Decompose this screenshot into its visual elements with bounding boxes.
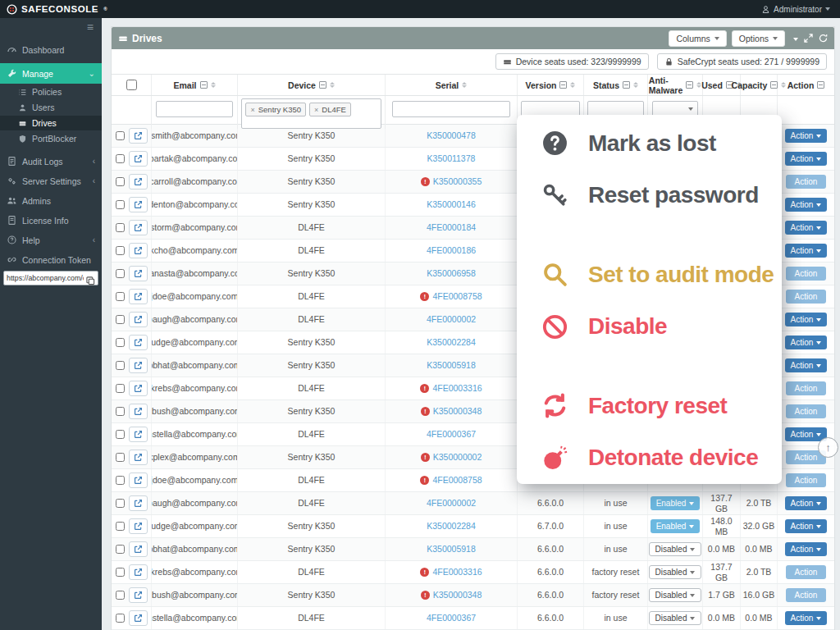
column-header-serial[interactable]: Serial <box>386 75 518 95</box>
serial-link[interactable]: K350005918 <box>427 360 476 370</box>
serial-link[interactable]: 4FE0000002 <box>427 498 476 508</box>
device-filter-tag[interactable]: ×DL4FE <box>309 103 351 116</box>
serial-filter-input[interactable] <box>392 101 510 117</box>
row-checkbox[interactable] <box>116 430 125 439</box>
action-button[interactable]: Action <box>786 588 827 603</box>
menu-item-set-to-audit-mode[interactable]: Set to audit mode <box>541 249 782 301</box>
open-drive-button[interactable] <box>129 450 148 465</box>
serial-link[interactable]: K350000348 <box>433 590 482 600</box>
open-drive-button[interactable] <box>129 564 148 580</box>
open-drive-button[interactable] <box>129 427 148 442</box>
row-checkbox[interactable] <box>116 568 125 577</box>
open-drive-button[interactable] <box>129 358 148 373</box>
fullscreen-icon[interactable] <box>804 34 813 43</box>
open-drive-button[interactable] <box>129 472 148 488</box>
serial-link[interactable]: 4FE0003316 <box>432 383 482 393</box>
serial-link[interactable]: K350000478 <box>427 130 476 140</box>
serial-link[interactable]: K350000355 <box>433 176 482 186</box>
action-button[interactable]: Action <box>785 519 828 534</box>
serial-link[interactable]: 4FE0000002 <box>427 314 476 324</box>
email-filter-input[interactable] <box>156 101 233 117</box>
anti-malware-toggle-button[interactable]: Disabled <box>649 542 702 557</box>
menu-item-detonate-device[interactable]: Detonate device <box>541 432 782 485</box>
serial-link[interactable]: 4FE0008758 <box>432 291 482 301</box>
row-checkbox[interactable] <box>116 453 125 462</box>
sidebar-item-license-info[interactable]: License Info <box>0 212 102 229</box>
action-button[interactable]: Action <box>786 290 827 304</box>
sort-icon[interactable] <box>211 82 216 88</box>
open-drive-button[interactable] <box>129 243 148 258</box>
sort-icon[interactable] <box>633 82 638 88</box>
open-drive-button[interactable] <box>129 289 148 304</box>
row-checkbox[interactable] <box>116 154 125 163</box>
serial-link[interactable]: K350000146 <box>427 199 476 209</box>
row-checkbox[interactable] <box>116 361 125 370</box>
open-drive-button[interactable] <box>129 128 148 144</box>
device-filter-tag[interactable]: ×Sentry K350 <box>245 103 306 116</box>
hide-column-icon[interactable] <box>623 81 630 89</box>
serial-link[interactable]: 4FE0000367 <box>427 613 476 623</box>
menu-item-factory-reset[interactable]: Factory reset <box>541 380 782 432</box>
menu-item-disable[interactable]: Disable <box>541 301 782 354</box>
open-drive-button[interactable] <box>129 174 148 189</box>
open-drive-button[interactable] <box>129 151 148 167</box>
column-header-anti-malware[interactable]: Anti-Malware <box>648 75 703 95</box>
action-button[interactable]: Action <box>785 358 828 373</box>
open-drive-button[interactable] <box>129 335 148 350</box>
row-checkbox[interactable] <box>116 246 125 255</box>
action-button[interactable]: Action <box>785 129 828 144</box>
sidebar-item-admins[interactable]: Admins <box>0 192 102 209</box>
action-button[interactable]: Action <box>785 198 828 212</box>
action-button[interactable]: Action <box>785 611 828 626</box>
serial-link[interactable]: K350011378 <box>427 153 476 163</box>
sort-icon[interactable] <box>462 82 467 88</box>
hide-column-icon[interactable] <box>319 81 326 89</box>
row-checkbox[interactable] <box>116 269 125 278</box>
sidebar-item-manage[interactable]: Manage⌄ <box>0 63 102 84</box>
scroll-top-button[interactable]: ↑ <box>818 437 838 458</box>
action-button[interactable]: Action <box>786 267 827 281</box>
row-checkbox[interactable] <box>116 177 125 186</box>
row-checkbox[interactable] <box>116 476 125 485</box>
select-all-checkbox[interactable] <box>126 80 137 90</box>
action-button[interactable]: Action <box>785 336 828 350</box>
serial-link[interactable]: 4FE0000367 <box>427 429 476 439</box>
action-button[interactable]: Action <box>786 565 827 580</box>
row-checkbox[interactable] <box>116 614 125 623</box>
serial-link[interactable]: K350002284 <box>427 337 476 347</box>
row-checkbox[interactable] <box>116 338 125 347</box>
action-button[interactable]: Action <box>786 175 827 189</box>
sidebar-item-dashboard[interactable]: Dashboard <box>0 41 102 58</box>
serial-link[interactable]: 4FE0003316 <box>432 567 482 577</box>
remove-tag-icon[interactable]: × <box>314 106 318 114</box>
anti-malware-toggle-button[interactable]: Enabled <box>651 519 701 534</box>
open-drive-button[interactable] <box>129 197 148 212</box>
action-button[interactable]: Action <box>786 381 827 396</box>
serial-link[interactable]: K350006958 <box>427 268 476 278</box>
row-checkbox[interactable] <box>116 131 125 140</box>
row-checkbox[interactable] <box>116 315 125 324</box>
sidebar-item-users[interactable]: Users <box>0 100 102 115</box>
user-menu[interactable]: Administrator <box>761 5 830 14</box>
options-button[interactable]: Options <box>732 30 785 47</box>
open-drive-button[interactable] <box>129 266 148 281</box>
sidebar-item-connection-token[interactable]: Connection Token <box>0 251 102 268</box>
row-checkbox[interactable] <box>116 591 125 600</box>
sidebar-item-drives[interactable]: Drives <box>0 116 102 130</box>
action-button[interactable]: Action <box>786 404 827 419</box>
row-checkbox[interactable] <box>116 384 125 393</box>
sidebar-item-audit-logs[interactable]: Audit Logs‹ <box>0 153 102 170</box>
row-checkbox[interactable] <box>116 407 125 416</box>
row-checkbox[interactable] <box>116 223 125 232</box>
open-drive-button[interactable] <box>129 518 148 534</box>
anti-malware-toggle-button[interactable]: Disabled <box>649 611 702 626</box>
serial-link[interactable]: K350000348 <box>433 406 482 416</box>
open-drive-button[interactable] <box>129 610 148 626</box>
open-drive-button[interactable] <box>129 587 148 603</box>
column-header-status[interactable]: Status <box>584 75 648 95</box>
column-header-action[interactable]: Action <box>778 75 834 95</box>
sidebar-item-help[interactable]: Help‹ <box>0 231 102 249</box>
columns-button[interactable]: Columns <box>669 30 726 47</box>
open-drive-button[interactable] <box>129 541 148 557</box>
action-button[interactable]: Action <box>785 221 828 235</box>
